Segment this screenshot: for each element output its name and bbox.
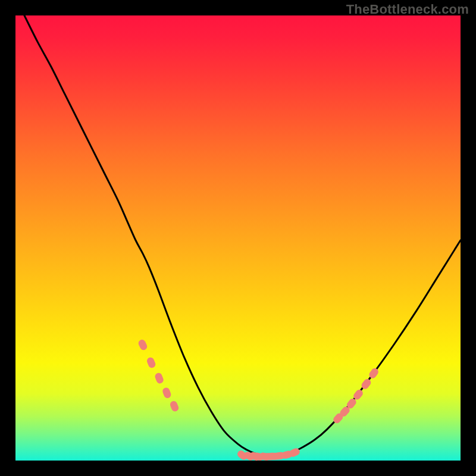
data-marker [169,400,180,412]
watermark-label: TheBottleneck.com [346,2,469,17]
left-tick-cluster [137,339,180,413]
chart-stage: TheBottleneck.com [0,0,476,476]
bottleneck-curve [24,15,461,456]
data-marker [161,387,172,399]
curve-canvas [15,15,461,461]
right-cluster [332,367,380,425]
plot-area [15,15,461,461]
data-marker [146,356,156,369]
data-marker [154,372,165,384]
data-marker [137,339,149,351]
